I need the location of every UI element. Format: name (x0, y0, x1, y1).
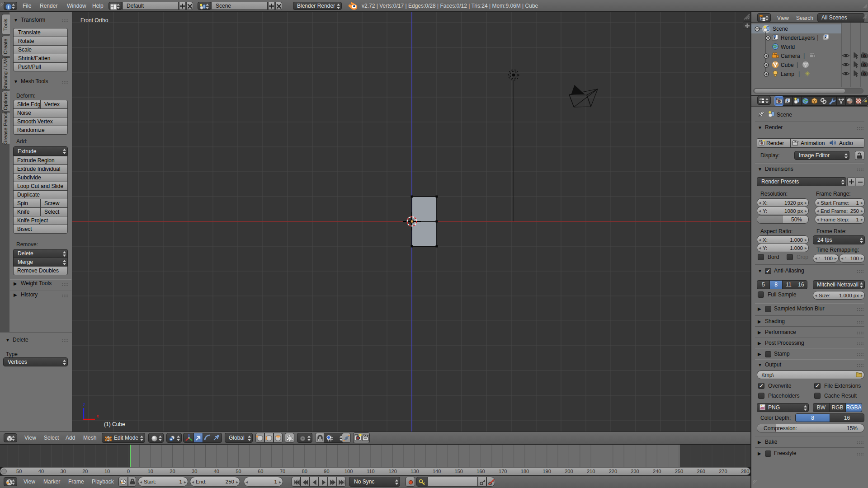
svg-text:z: z (83, 402, 85, 407)
svg-text:x: x (97, 413, 99, 418)
svg-text:i: i (8, 4, 9, 9)
